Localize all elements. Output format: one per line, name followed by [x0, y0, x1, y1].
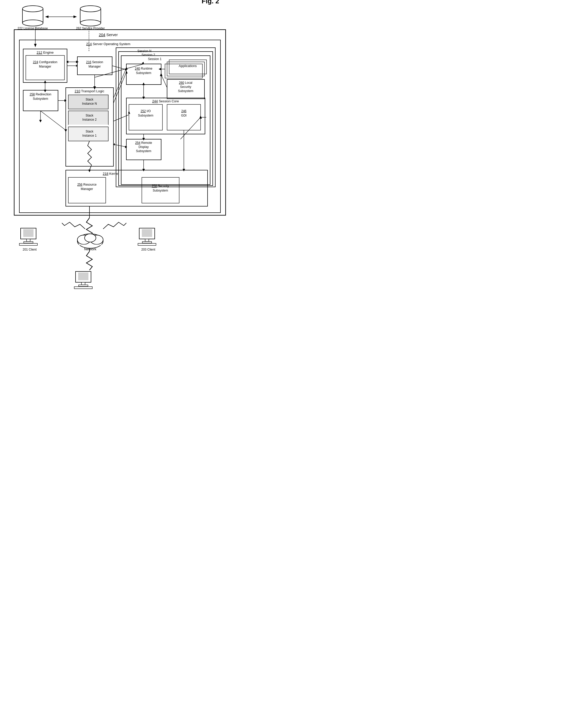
svg-marker-73	[76, 64, 77, 67]
svg-line-100	[180, 117, 201, 139]
license-db-label: 222 License database	[18, 27, 48, 31]
svg-rect-0	[14, 30, 226, 215]
svg-text:GDI: GDI	[181, 114, 186, 117]
svg-marker-103	[142, 169, 145, 172]
svg-marker-71	[125, 68, 126, 71]
svg-rect-22	[126, 64, 161, 84]
svg-marker-68	[34, 44, 36, 47]
svg-rect-37	[126, 139, 161, 160]
svg-rect-144	[74, 287, 92, 289]
diagram: 204 Server 214 Server Operating System S…	[0, 0, 232, 10]
license-db-icon	[20, 4, 46, 27]
svg-rect-133	[24, 241, 33, 243]
svg-marker-92	[142, 82, 145, 85]
svg-marker-111	[128, 111, 130, 114]
svg-rect-131	[23, 229, 33, 237]
svg-rect-34	[167, 104, 201, 130]
svg-text:256 Resource: 256 Resource	[77, 183, 97, 186]
svg-marker-91	[142, 97, 145, 99]
svg-rect-15	[77, 57, 112, 75]
svg-text:Subsystem: Subsystem	[138, 114, 153, 117]
svg-rect-12	[26, 55, 65, 80]
svg-text:214 Server Operating System: 214 Server Operating System	[86, 42, 130, 46]
svg-marker-89	[39, 120, 42, 123]
svg-rect-8	[121, 56, 210, 185]
svg-text:246: 246	[181, 109, 186, 113]
svg-text:Stack: Stack	[85, 130, 94, 133]
svg-text:Stack: Stack	[85, 114, 94, 117]
svg-rect-56	[66, 170, 208, 206]
client-201: 201 Client	[18, 227, 41, 251]
svg-rect-46	[68, 95, 108, 109]
network-cloud: Network	[75, 231, 106, 251]
svg-text:Stack: Stack	[85, 98, 94, 101]
svg-marker-106	[88, 170, 91, 172]
svg-marker-77	[44, 90, 46, 92]
service-provider-icon	[78, 4, 103, 27]
client-202: 202 Client	[73, 270, 96, 291]
svg-rect-139	[138, 243, 156, 245]
svg-text:Session N: Session N	[137, 49, 152, 53]
svg-line-70	[112, 66, 126, 70]
svg-marker-87	[142, 62, 144, 64]
svg-rect-10	[23, 49, 67, 82]
svg-rect-29	[126, 98, 205, 134]
svg-text:254 Remote: 254 Remote	[135, 141, 152, 145]
client-203-icon	[137, 227, 160, 246]
svg-marker-80	[65, 99, 67, 102]
network-cloud-icon	[75, 231, 106, 249]
fig-label: Fig. 2	[202, 0, 219, 5]
svg-marker-108	[65, 129, 67, 132]
svg-marker-114	[66, 60, 68, 63]
svg-line-110	[113, 115, 129, 121]
svg-rect-44	[66, 88, 113, 166]
svg-rect-132	[27, 239, 30, 241]
svg-marker-98	[142, 138, 145, 140]
svg-rect-20	[169, 60, 206, 74]
svg-marker-116	[126, 67, 128, 70]
svg-text:218 Kernel: 218 Kernel	[103, 172, 119, 176]
svg-point-128	[84, 234, 96, 242]
svg-text:Subsystem: Subsystem	[33, 97, 48, 101]
service-provider-label: 262 Service Provider	[76, 27, 105, 31]
svg-text:Instance 2: Instance 2	[82, 118, 97, 122]
svg-text:Session 2: Session 2	[142, 53, 155, 57]
svg-text:210 Transport Logic: 210 Transport Logic	[75, 89, 104, 93]
svg-rect-138	[142, 241, 152, 243]
svg-text:244 Session Core: 244 Session Core	[152, 99, 179, 103]
svg-text:Instance N: Instance N	[82, 102, 97, 105]
svg-rect-143	[79, 285, 88, 286]
svg-point-121	[22, 20, 43, 26]
svg-rect-134	[19, 243, 37, 245]
client-202-label: 202 Client	[73, 291, 96, 291]
svg-line-93	[161, 75, 167, 88]
svg-rect-6	[119, 52, 213, 186]
svg-rect-4	[116, 48, 215, 187]
svg-text:224 Configuration: 224 Configuration	[33, 60, 57, 64]
svg-marker-85	[113, 143, 115, 146]
svg-text:Subsystem: Subsystem	[153, 189, 168, 192]
client-202-icon	[73, 270, 96, 289]
svg-text:258 Redirection: 258 Redirection	[30, 93, 51, 96]
client-201-icon	[18, 227, 41, 246]
client-203: 203 Client	[137, 227, 160, 251]
svg-point-124	[80, 20, 101, 26]
svg-marker-78	[44, 80, 46, 83]
svg-point-123	[80, 6, 101, 12]
svg-text:250 Security: 250 Security	[152, 184, 169, 188]
svg-text:Applications: Applications	[179, 64, 197, 68]
svg-rect-52	[68, 127, 108, 141]
svg-text:Display: Display	[138, 145, 149, 149]
svg-rect-31	[129, 104, 162, 130]
svg-text:204 Server: 204 Server	[99, 32, 118, 37]
svg-rect-19	[167, 62, 204, 76]
svg-line-83	[113, 145, 126, 147]
svg-text:Subsystem: Subsystem	[136, 71, 151, 75]
svg-marker-105	[182, 169, 185, 172]
svg-text:212 Engine: 212 Engine	[36, 51, 54, 54]
svg-marker-94	[160, 73, 162, 76]
svg-text:Instance 1: Instance 1	[82, 134, 97, 137]
svg-marker-75	[93, 86, 96, 90]
svg-text:Manager: Manager	[39, 65, 51, 68]
svg-text:Subsystem: Subsystem	[178, 89, 193, 93]
